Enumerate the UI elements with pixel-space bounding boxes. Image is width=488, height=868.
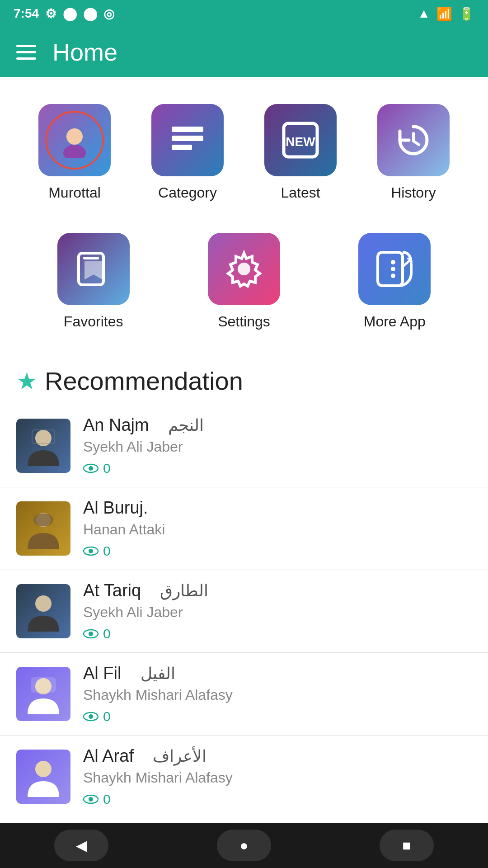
eye-icon-1 [83,546,99,556]
list-info-1: Al Buruj. Hanan Attaki 0 [83,498,472,559]
app-item-settings[interactable]: Settings [169,224,319,344]
recommendation-header: ★ Recommendation [0,353,488,405]
back-icon: ◀ [76,837,87,854]
svg-point-30 [89,714,93,719]
list-title-0: An Najm النجم [83,415,472,435]
svg-point-26 [89,632,93,636]
settings-gear-icon [224,249,264,289]
list-author-1: Hanan Attaki [83,521,472,538]
status-right: ▲ 📶 🔋 [418,6,474,21]
list-item[interactable]: Al Araf الأعراف Shaykh Mishari Alafasy 0 [0,736,488,818]
list-info-0: An Najm النجم Syekh Ali Jaber 0 [83,415,472,476]
svg-rect-28 [31,677,56,693]
recommendation-list: An Najm النجم Syekh Ali Jaber 0 [0,405,488,818]
thumb-ali-jaber-2 [16,584,70,638]
list-author-4: Shaykh Mishari Alafasy [83,769,472,786]
app-item-moreapp[interactable]: More App [319,224,470,344]
settings-icon: ⚙ [45,6,56,21]
svg-point-0 [66,128,83,145]
eye-icon-2 [83,629,99,639]
thumb-mishari-4 [16,750,70,804]
settings-label: Settings [218,313,270,330]
page-title: Home [52,38,117,66]
svg-line-8 [413,141,419,145]
back-button[interactable]: ◀ [54,830,108,861]
svg-point-19 [89,466,93,471]
list-thumb-1 [16,501,70,556]
at-icon: ◎ [103,6,114,21]
svg-text:NEW: NEW [286,135,315,149]
status-time: 7:54 [14,6,39,21]
settings-icon-wrap [208,233,280,305]
favorites-label: Favorites [64,313,123,330]
app-item-murottal[interactable]: Murottal [18,95,131,215]
murottal-icon-wrap [38,104,111,176]
home-button[interactable]: ● [217,830,271,861]
svg-point-13 [391,260,395,264]
svg-point-33 [89,797,93,802]
app-grid-row1: Murottal Category NEW Latest [0,77,488,224]
history-icon-wrap [377,104,450,176]
thumb-mishari-3 [16,667,70,721]
svg-point-14 [391,267,395,271]
list-title-2: At Tariq الطارق [83,581,472,600]
list-views-0: 0 [83,461,472,476]
recent-button[interactable]: ■ [380,830,434,861]
svg-point-15 [391,274,395,278]
svg-rect-21 [33,514,53,526]
category-icon-wrap [151,104,224,176]
murottal-label: Murottal [48,184,101,201]
signal-icon: 📶 [436,6,452,21]
person-icon-4 [25,756,61,797]
app-item-history[interactable]: History [357,95,470,215]
list-thumb-2 [16,584,70,638]
star-icon: ★ [16,368,38,395]
app-item-category[interactable]: Category [131,95,244,215]
murottal-avatar-image [56,122,93,158]
list-item[interactable]: An Najm النجم Syekh Ali Jaber 0 [0,405,488,487]
list-thumb-0 [16,419,70,473]
thumb-hanan-1 [16,501,70,556]
wifi-icon: ▲ [418,6,430,21]
category-label: Category [158,184,217,201]
app-grid-row2: Favorites Settings More App [0,224,488,353]
latest-label: Latest [281,184,320,201]
svg-rect-10 [83,257,99,259]
status-left: 7:54 ⚙ ⬤ ⬤ ◎ [14,6,114,21]
hamburger-menu-button[interactable] [16,45,36,60]
svg-point-23 [89,549,93,553]
moreapp-label: More App [364,313,426,330]
list-item[interactable]: Al Fil الفيل Shaykh Mishari Alafasy 0 [0,653,488,736]
svg-rect-3 [172,136,203,141]
eye-icon-4 [83,794,99,804]
app-item-favorites[interactable]: Favorites [18,224,169,344]
list-views-1: 0 [83,543,472,559]
bottom-nav: ◀ ● ■ [0,823,488,868]
list-item[interactable]: Al Buruj. Hanan Attaki 0 [0,487,488,570]
list-info-4: Al Araf الأعراف Shaykh Mishari Alafasy 0 [83,746,472,807]
history-label: History [391,184,436,201]
svg-rect-2 [172,127,203,132]
svg-rect-4 [172,145,192,150]
svg-point-24 [35,595,52,612]
list-thumb-3 [16,667,70,721]
list-views-4: 0 [83,792,472,807]
person-icon-3 [25,674,61,714]
list-info-3: Al Fil الفيل Shaykh Mishari Alafasy 0 [83,664,472,724]
svg-point-31 [35,761,52,777]
favorites-icon [73,249,114,289]
app-item-latest[interactable]: NEW Latest [244,95,357,215]
circle-icon-1: ⬤ [63,6,77,21]
svg-point-11 [238,263,250,275]
status-bar: 7:54 ⚙ ⬤ ⬤ ◎ ▲ 📶 🔋 [0,0,488,27]
person-icon-0 [25,425,61,466]
list-item[interactable]: At Tariq الطارق Syekh Ali Jaber 0 [0,570,488,653]
list-author-3: Shaykh Mishari Alafasy [83,687,472,703]
person-icon-2 [25,591,61,632]
svg-point-1 [63,145,86,158]
person-icon-1 [25,508,61,549]
list-title-4: Al Araf الأعراف [83,746,472,766]
thumb-ali-jaber-0 [16,419,70,473]
history-icon [393,120,434,160]
favorites-icon-wrap [57,233,130,305]
